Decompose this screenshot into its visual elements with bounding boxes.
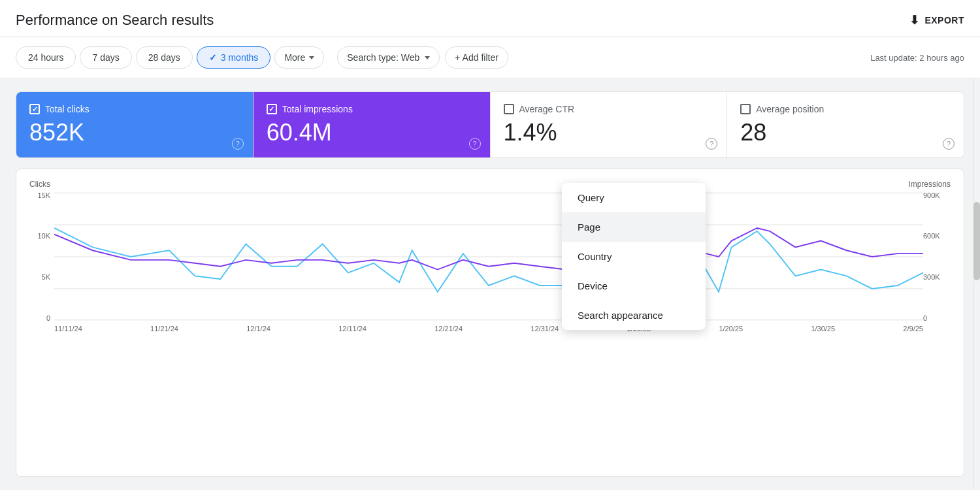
time-filter-7d[interactable]: 7 days [80,46,131,69]
metric-header-impressions: Total impressions [267,104,477,114]
scrollbar[interactable] [973,78,980,490]
dropdown-menu: Query Page Country Device Search appeara… [562,183,706,330]
metric-total-clicks[interactable]: Total clicks 852K ? [16,92,253,157]
page-title: Performance on Search results [16,12,214,29]
time-filter-3m[interactable]: ✓ 3 months [197,46,271,69]
metric-value-clicks: 852K [29,120,240,146]
chart-container: Clicks Impressions 15K 10K 5K 0 900K 600… [16,169,964,477]
help-icon-impressions[interactable]: ? [469,138,481,150]
chart-x-axis: 11/11/24 11/21/24 12/1/24 12/11/24 12/21… [54,325,923,333]
x-label-0: 11/11/24 [54,325,82,333]
metric-total-impressions[interactable]: Total impressions 60.4M ? [253,92,491,157]
last-update-label: Last update: 2 hours ago [870,53,964,63]
help-icon-position[interactable]: ? [943,138,955,150]
metric-header-clicks: Total clicks [29,104,240,114]
metric-checkbox-impressions[interactable] [267,104,277,114]
export-icon: ⬇ [909,13,920,27]
add-filter-button[interactable]: + Add filter [445,46,508,69]
dropdown-item-page[interactable]: Page [562,212,706,242]
scrollbar-thumb[interactable] [973,202,980,280]
dropdown-item-query[interactable]: Query [562,183,706,212]
x-label-8: 1/30/25 [811,325,835,333]
chart-right-axis-label: Impressions [908,180,951,189]
dropdown-item-search-appearance[interactable]: Search appearance [562,301,706,330]
x-label-3: 12/11/24 [338,325,367,333]
search-type-button[interactable]: Search type: Web [337,46,440,69]
x-label-7: 1/20/25 [719,325,743,333]
chevron-down-icon [425,56,430,59]
y-right-600k: 600K [923,232,951,240]
y-right-300k: 300K [923,273,951,281]
metric-label-position: Average position [756,104,824,114]
chart-left-axis-label: Clicks [29,180,50,189]
metric-avg-position[interactable]: Average position 28 ? [727,92,964,157]
metric-label-impressions: Total impressions [282,104,353,114]
content-area: Total clicks 852K ? Total impressions 60… [0,78,980,490]
metric-header-ctr: Average CTR [504,104,714,114]
dropdown-item-country[interactable]: Country [562,242,706,271]
metric-avg-ctr[interactable]: Average CTR 1.4% ? [491,92,728,157]
time-filter-28d[interactable]: 28 days [136,46,193,69]
chevron-down-icon [309,56,314,59]
y-left-5k: 5K [29,273,50,281]
metric-header-position: Average position [740,104,951,114]
metric-checkbox-position[interactable] [740,104,751,114]
export-button[interactable]: ⬇ EXPORT [909,13,964,27]
toolbar: 24 hours 7 days 28 days ✓ 3 months More … [0,37,980,78]
chart-svg [54,191,923,322]
metric-value-ctr: 1.4% [504,120,714,146]
x-label-2: 12/1/24 [246,325,270,333]
y-right-900k: 900K [923,191,951,199]
time-filter-24h[interactable]: 24 hours [16,46,76,69]
x-label-4: 12/21/24 [434,325,463,333]
dropdown-item-device[interactable]: Device [562,271,706,301]
x-label-5: 12/31/24 [531,325,559,333]
metric-checkbox-ctr[interactable] [504,104,514,114]
y-left-15k: 15K [29,191,50,199]
help-icon-clicks[interactable]: ? [232,138,244,150]
metric-checkbox-clicks[interactable] [29,104,40,114]
time-filter-group: 24 hours 7 days 28 days ✓ 3 months More [16,46,324,69]
metric-value-position: 28 [740,120,951,146]
metric-value-impressions: 60.4M [267,120,477,146]
y-right-0: 0 [923,314,951,322]
metrics-row: Total clicks 852K ? Total impressions 60… [16,91,964,158]
chart-y-right: 900K 600K 300K 0 [923,191,951,322]
x-label-1: 11/21/24 [150,325,178,333]
metric-label-ctr: Average CTR [519,104,575,114]
time-filter-more[interactable]: More [274,46,324,69]
x-label-9: 2/9/25 [903,325,923,333]
y-left-10k: 10K [29,232,50,240]
metric-label-clicks: Total clicks [45,104,90,114]
active-checkmark: ✓ [209,52,217,63]
page-header: Performance on Search results ⬇ EXPORT [0,0,980,37]
help-icon-ctr[interactable]: ? [706,138,717,150]
chart-y-left: 15K 10K 5K 0 [29,191,50,322]
y-left-0: 0 [29,314,50,322]
filter-group: Search type: Web + Add filter [337,46,508,69]
